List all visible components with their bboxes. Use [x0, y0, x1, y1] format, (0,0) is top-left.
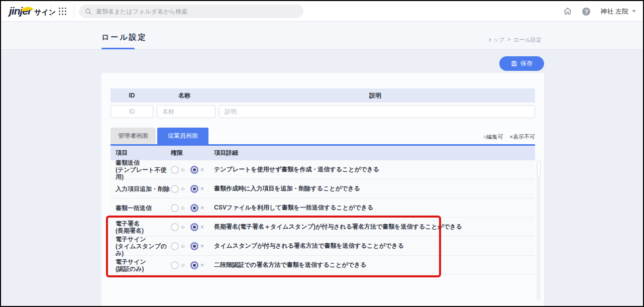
radio-editable[interactable] — [171, 242, 179, 250]
radio-editable-label: ○ — [181, 166, 185, 173]
radio-not-visible-label: × — [200, 185, 204, 192]
filter-header-name: 名称 — [153, 91, 216, 100]
logo-product-text: サイン — [34, 8, 56, 17]
tabs-row: 管理者画面 従業員画面 ○編集可 ×表示不可 — [111, 128, 535, 144]
row-description: 長期署名(電子署名＋タイムスタンプ)が付与される署名方法で書類を送信することがで… — [214, 223, 535, 231]
chevron-down-icon — [632, 10, 636, 13]
table-header-row: 項目 権限 項目詳細 — [111, 146, 535, 160]
radio-editable-label: ○ — [181, 185, 185, 192]
search-input[interactable] — [96, 8, 287, 15]
tab-admin-screen[interactable]: 管理者画面 — [111, 128, 156, 144]
radio-editable-label: ○ — [181, 204, 185, 212]
user-name: 神社 左院 — [600, 7, 628, 16]
role-settings-card: ID 名称 説明 管理者画面 従業員画面 ○編集可 ×表示不可 項目 権限 項目… — [101, 73, 544, 307]
row-item-name: 書類送信 — [116, 159, 171, 166]
page-title: ロール設定 — [101, 33, 147, 42]
breadcrumb-separator: > — [507, 36, 510, 44]
row-item-name-sub: (テンプレート不使用) — [116, 166, 171, 180]
scrollbar-thumb[interactable] — [537, 161, 541, 176]
breadcrumb-home[interactable]: トップ — [487, 36, 504, 44]
radio-editable[interactable] — [171, 204, 179, 212]
permission-radio-group: ○ × — [171, 223, 214, 231]
topbar: jinjer サイン ? 神社 左院 — [1, 1, 643, 22]
permission-radio-group: ○ × — [171, 261, 214, 269]
description-filter-input[interactable] — [219, 105, 535, 118]
radio-editable[interactable] — [171, 166, 179, 174]
row-item-name-sub: (認証のみ) — [116, 265, 171, 272]
permission-radio-group: ○ × — [171, 204, 214, 212]
topbar-right: ? 神社 左院 — [563, 1, 636, 22]
legend: ○編集可 ×表示不可 — [483, 133, 535, 144]
id-filter-input[interactable] — [111, 105, 153, 118]
radio-editable-label: ○ — [181, 223, 185, 231]
tab-employee-screen[interactable]: 従業員画面 — [157, 128, 208, 144]
row-description: 書類作成時に入力項目を追加・削除することができる — [214, 184, 535, 193]
home-icon[interactable] — [563, 7, 572, 16]
filter-header-description: 説明 — [216, 91, 535, 100]
radio-not-visible-label: × — [200, 223, 204, 231]
row-description: テンプレートを使用せず書類を作成・送信することができる — [214, 165, 535, 174]
row-description: 二段階認証での署名方法で書類を送信することができる — [214, 261, 535, 269]
column-item: 項目 — [116, 149, 171, 157]
row-item-name-sub: (長期署名) — [116, 227, 171, 234]
radio-not-visible-selected[interactable] — [190, 185, 198, 193]
table-row-esign-auth: 電子サイン (認証のみ) ○ × 二段階認証での署名方法で書類を送信することがで… — [111, 256, 535, 275]
table-row-input-item-add-delete: 入力項目追加・削除 ○ × 書類作成時に入力項目を追加・削除することができる — [111, 179, 535, 198]
row-item-name-sub: (タイムスタンプのみ) — [116, 243, 171, 257]
radio-editable[interactable] — [171, 223, 179, 231]
radio-not-visible-label: × — [200, 261, 204, 269]
row-item-name: 電子サイン — [116, 236, 171, 243]
table-row-esign-timestamp: 電子サイン (タイムスタンプのみ) ○ × タイムスタンプが付与される署名方法で… — [111, 237, 535, 256]
row-description: タイムスタンプが付与される署名方法で書類を送信することができる — [214, 242, 535, 250]
radio-not-visible-label: × — [200, 204, 204, 212]
help-icon[interactable]: ? — [582, 8, 590, 16]
column-item-detail: 項目詳細 — [214, 149, 535, 157]
divider — [74, 4, 74, 19]
radio-not-visible-selected[interactable] — [190, 223, 198, 231]
radio-not-visible-selected[interactable] — [190, 242, 198, 250]
radio-editable-label: ○ — [181, 242, 185, 250]
row-item-name: 電子サイン — [116, 258, 171, 265]
permission-radio-group: ○ × — [171, 166, 214, 174]
save-button[interactable]: 保存 — [499, 56, 544, 71]
table-row-bulk-send: 書類一括送信 ○ × CSVファイルを利用して書類を一括送信することができる — [111, 198, 535, 218]
row-description: CSVファイルを利用して書類を一括送信することができる — [214, 203, 535, 212]
search-icon — [85, 8, 92, 15]
screen: jinjer サイン ? 神社 左院 — [0, 0, 644, 307]
radio-editable-label: ○ — [181, 261, 185, 269]
breadcrumb-current: ロール設定 — [513, 36, 542, 44]
legend-not-visible: ×表示不可 — [510, 133, 535, 141]
user-menu[interactable]: 神社 左院 — [600, 7, 636, 16]
row-item-name: 入力項目追加・削除 — [116, 185, 171, 192]
radio-not-visible-selected[interactable] — [190, 166, 198, 174]
page-header: ロール設定 トップ > ロール設定 — [1, 22, 643, 50]
search-bar[interactable] — [79, 5, 303, 18]
radio-not-visible-selected[interactable] — [190, 204, 198, 212]
name-filter-input[interactable] — [157, 105, 216, 118]
radio-editable[interactable] — [171, 261, 179, 269]
filter-header-row: ID 名称 説明 — [111, 88, 535, 103]
row-item-name: 書類一括送信 — [116, 204, 171, 212]
radio-not-visible-label: × — [200, 166, 204, 173]
radio-not-visible-label: × — [200, 242, 204, 250]
permission-radio-group: ○ × — [171, 185, 214, 193]
table-row-digital-signature: 電子署名 (長期署名) ○ × 長期署名(電子署名＋タイムスタンプ)が付与される… — [111, 218, 535, 237]
filter-inputs-row — [111, 105, 535, 118]
apps-grid-icon[interactable] — [59, 8, 66, 15]
filter-header-id: ID — [111, 92, 153, 99]
divider — [51, 4, 52, 19]
permission-table: 書類送信 (テンプレート不使用) ○ × テンプレートを使用せず書類を作成・送信… — [111, 160, 535, 275]
legend-editable: ○編集可 — [483, 133, 503, 141]
radio-editable[interactable] — [171, 185, 179, 193]
scrollbar-track[interactable] — [536, 160, 541, 301]
column-permission: 権限 — [171, 149, 214, 157]
title-underline — [101, 48, 135, 49]
permission-radio-group: ○ × — [171, 242, 214, 250]
save-icon — [511, 60, 517, 67]
jinjer-logo[interactable]: jinjer サイン — [9, 5, 56, 17]
row-item-name: 電子署名 — [116, 220, 171, 227]
radio-not-visible-selected[interactable] — [190, 261, 198, 269]
breadcrumb: トップ > ロール設定 — [487, 36, 542, 44]
table-row-document-send: 書類送信 (テンプレート不使用) ○ × テンプレートを使用せず書類を作成・送信… — [111, 160, 535, 179]
